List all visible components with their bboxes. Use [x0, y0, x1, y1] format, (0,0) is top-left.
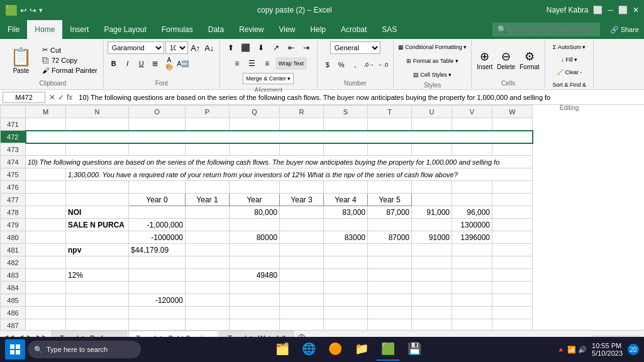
align-bottom-button[interactable]: ⬇	[254, 41, 268, 54]
sort-filter-button[interactable]: Sort & Find &	[552, 79, 587, 90]
cell-n486[interactable]	[66, 307, 129, 319]
cell-m482[interactable]	[26, 256, 66, 269]
cell-p486[interactable]	[186, 307, 230, 319]
confirm-formula-icon[interactable]: ✓	[58, 93, 64, 102]
cell-q477[interactable]: Year	[230, 194, 280, 206]
format-as-table-button[interactable]: ⊞ Format as Table ▾	[406, 55, 458, 67]
cell-r481[interactable]	[324, 244, 368, 256]
bold-button[interactable]: B	[108, 57, 120, 70]
cell-o478[interactable]	[129, 206, 186, 219]
col-header-v[interactable]: V	[452, 106, 492, 118]
col-header-p[interactable]: P	[186, 106, 230, 118]
cell-n473[interactable]	[66, 143, 129, 156]
cell-n481[interactable]: npv	[66, 244, 129, 256]
cell-u477[interactable]	[412, 194, 452, 206]
taskbar-app-excel[interactable]: 🟩	[377, 338, 399, 361]
cell-p479[interactable]	[186, 219, 230, 231]
fill-button[interactable]: ↓ Fill ▾	[560, 54, 578, 65]
cell-v477[interactable]	[452, 194, 492, 206]
cell-o487[interactable]	[129, 319, 186, 331]
cell-p473[interactable]	[186, 143, 230, 156]
cell-u482[interactable]	[452, 256, 492, 269]
start-button[interactable]	[5, 339, 25, 359]
cell-p483[interactable]	[186, 269, 230, 282]
cell-t477[interactable]: Year 5	[368, 194, 412, 206]
cell-p478[interactable]	[186, 206, 230, 219]
col-header-r[interactable]: R	[280, 106, 324, 118]
cell-q486b[interactable]	[280, 307, 324, 319]
cell-u484[interactable]	[452, 282, 492, 294]
cell-m480[interactable]	[26, 231, 66, 244]
italic-button[interactable]: I	[121, 57, 134, 70]
cell-q478b[interactable]	[280, 206, 324, 219]
cell-t478[interactable]: 91,000	[412, 206, 452, 219]
font-size-select[interactable]: 10	[165, 41, 188, 54]
cell-s479[interactable]	[368, 219, 412, 231]
format-painter-button[interactable]: 🖌 Format Painter	[40, 66, 99, 75]
border-button[interactable]: ⊞	[149, 57, 162, 70]
cell-q485b[interactable]	[280, 294, 324, 307]
cell-m479[interactable]	[26, 219, 66, 231]
share-button[interactable]: 🔗 Share	[605, 26, 644, 34]
text-direction-button[interactable]: ↗	[269, 41, 283, 54]
tab-review[interactable]: Review	[231, 20, 271, 39]
font-name-select[interactable]: Garamond	[108, 41, 164, 54]
number-format-select[interactable]: General	[330, 41, 380, 54]
cell-p476[interactable]	[186, 181, 230, 194]
cell-u487[interactable]	[452, 319, 492, 331]
cell-v478[interactable]	[492, 206, 533, 219]
cell-t484[interactable]	[412, 282, 452, 294]
cell-o479[interactable]: -1,000,000	[129, 219, 186, 231]
cell-n479[interactable]: SALE N PURCA	[66, 219, 129, 231]
cell-s473[interactable]	[324, 143, 368, 156]
tab-acrobat[interactable]: Acrobat	[333, 20, 374, 39]
fill-color-button[interactable]: A🎨	[163, 57, 175, 70]
cell-n483[interactable]: 12%	[66, 269, 129, 282]
cell-t486[interactable]	[412, 307, 452, 319]
cell-r484[interactable]	[324, 282, 368, 294]
cell-m481[interactable]	[26, 244, 66, 256]
cell-m472-active[interactable]	[26, 131, 533, 143]
cell-m483[interactable]	[26, 269, 66, 282]
cell-m485[interactable]	[26, 294, 66, 307]
cell-r482[interactable]	[324, 256, 368, 269]
cell-o483[interactable]	[129, 269, 186, 282]
insert-function-icon[interactable]: fx	[67, 93, 72, 102]
cell-q482[interactable]	[230, 256, 280, 269]
cell-o484[interactable]	[129, 282, 186, 294]
cell-s485[interactable]	[368, 294, 412, 307]
tab-data[interactable]: Data	[201, 20, 231, 39]
cell-v480[interactable]	[492, 231, 533, 244]
col-header-w[interactable]: W	[492, 106, 533, 118]
cell-p485[interactable]	[186, 294, 230, 307]
cell-r477[interactable]: Year 3	[280, 194, 324, 206]
indent-decrease-button[interactable]: ⇤	[284, 41, 298, 54]
conditional-formatting-button[interactable]: ▦ Conditional Formatting ▾	[397, 41, 468, 53]
tab-formulas[interactable]: Formulas	[154, 20, 201, 39]
cell-s483[interactable]	[368, 269, 412, 282]
insert-cells-button[interactable]: ⊕ Insert	[475, 48, 494, 72]
cell-v483[interactable]	[492, 269, 533, 282]
col-header-o[interactable]: O	[129, 106, 186, 118]
cell-m471[interactable]	[26, 118, 66, 131]
cell-v479[interactable]	[492, 219, 533, 231]
cell-o471[interactable]	[129, 118, 186, 131]
taskbar-app-unknown[interactable]: 🟠	[324, 338, 347, 361]
cell-o481[interactable]: $44,179.09	[129, 244, 186, 256]
cell-u483[interactable]	[452, 269, 492, 282]
tab-insert[interactable]: Insert	[62, 20, 96, 39]
tab-view[interactable]: View	[272, 20, 303, 39]
maximize-icon[interactable]: ⬜	[618, 6, 628, 14]
indent-increase-button[interactable]: ⇥	[299, 41, 313, 54]
cell-t481[interactable]	[412, 244, 452, 256]
col-header-u[interactable]: U	[412, 106, 452, 118]
cell-u485[interactable]	[452, 294, 492, 307]
cell-q480b[interactable]	[280, 231, 324, 244]
ribbon-search-input[interactable]	[507, 26, 595, 33]
cell-m478[interactable]	[26, 206, 66, 219]
cell-m484[interactable]	[26, 282, 66, 294]
cell-r485[interactable]	[324, 294, 368, 307]
cell-t483[interactable]	[412, 269, 452, 282]
cell-t487[interactable]	[412, 319, 452, 331]
cell-q485[interactable]	[230, 294, 280, 307]
